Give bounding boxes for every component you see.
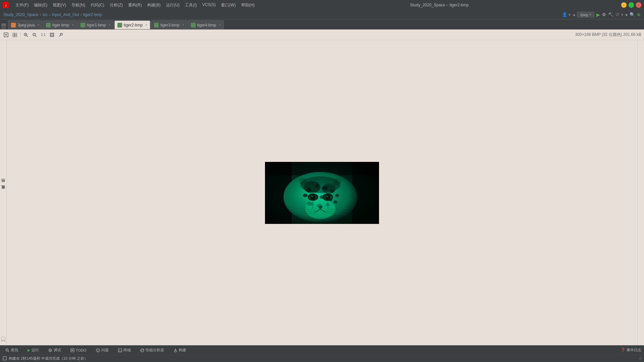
svg-point-34: [303, 194, 308, 197]
find-tool[interactable]: 查找: [3, 347, 21, 353]
svg-marker-20: [1, 337, 5, 342]
profiler-icon: [140, 348, 144, 352]
svg-point-57: [300, 176, 340, 193]
menu-tools[interactable]: 工具(I): [182, 2, 199, 8]
right-sidebar: [637, 40, 644, 345]
svg-text:J: J: [5, 4, 6, 7]
tab-tiger4-bmp[interactable]: tiger4·bmp ×: [188, 20, 224, 29]
svg-rect-17: [51, 34, 53, 36]
resize-handle-icon[interactable]: ⌗: [639, 356, 641, 360]
tab-label: Jpeg·java: [17, 23, 35, 27]
toolbar-separator-1: [20, 32, 20, 38]
terminal-tool[interactable]: 终端: [115, 347, 133, 353]
menu-vcs[interactable]: VCS(S): [200, 2, 219, 8]
zoom-out-button[interactable]: [31, 32, 38, 38]
build-tool[interactable]: 构建: [171, 347, 189, 353]
menu-run[interactable]: 运行(U): [163, 2, 182, 8]
maximize-button[interactable]: □: [629, 2, 634, 8]
fit-content-button[interactable]: [49, 32, 55, 38]
close-button[interactable]: ×: [636, 2, 641, 8]
panel-toggle-2[interactable]: [1, 26, 6, 29]
menu-edit[interactable]: 编辑(E): [31, 2, 50, 8]
svg-point-51: [311, 194, 315, 200]
tab-close-tiger4-bmp[interactable]: ×: [219, 23, 221, 27]
menu-view[interactable]: 视图(V): [50, 2, 69, 8]
tab-close-tiger-bmp[interactable]: ×: [72, 23, 74, 27]
play-button[interactable]: ▶: [596, 12, 600, 17]
breadcrumb-folder[interactable]: Input_And_Out: [52, 12, 79, 17]
dropdown-arrow[interactable]: ▾: [621, 12, 623, 17]
svg-rect-72: [174, 351, 176, 352]
tab-tiger1-bmp[interactable]: tiger1·bmp ×: [77, 20, 114, 29]
build-all-button[interactable]: ⚙: [602, 12, 606, 17]
menu-help[interactable]: 帮助(H): [238, 2, 258, 8]
tab-close-tiger3-bmp[interactable]: ×: [182, 23, 184, 27]
run-tool[interactable]: ▶ 运行: [25, 347, 42, 353]
breadcrumb-file[interactable]: tiger2·bmp: [83, 12, 102, 17]
menu-analyze[interactable]: 分析(Z): [107, 2, 125, 8]
event-log[interactable]: ❓ 事件日志: [621, 348, 641, 353]
stop-button[interactable]: ■: [625, 13, 628, 17]
actual-size-button[interactable]: [3, 32, 9, 38]
bmp-file-icon: [191, 23, 196, 27]
bmp-file-icon: [117, 23, 122, 27]
menu-navigate[interactable]: 导航(N): [69, 2, 88, 8]
back-button[interactable]: ◂: [573, 12, 575, 17]
tab-tiger2-bmp[interactable]: tiger2·bmp ×: [114, 20, 151, 29]
jpeg-format-btn[interactable]: Jpeg ▾: [577, 12, 594, 17]
profiler-tool[interactable]: 性能分析器: [138, 347, 167, 353]
tab-jpeg-java[interactable]: Jpeg·java ×: [8, 20, 42, 29]
problems-tool[interactable]: 问题: [93, 347, 111, 353]
help-icon: ❓: [621, 348, 626, 352]
format-dropdown-icon[interactable]: ▾: [589, 12, 591, 17]
favorites-panel-toggle[interactable]: 收藏夹: [0, 189, 6, 195]
bmp-file-icon: [80, 23, 85, 27]
build-button[interactable]: 🔨: [608, 12, 613, 17]
breadcrumb-project[interactable]: Study_2020_Space: [3, 12, 39, 17]
todo-tool[interactable]: TODO: [68, 348, 89, 353]
stop-square-icon[interactable]: [3, 356, 7, 361]
user-icon[interactable]: 👤: [562, 12, 567, 17]
svg-point-41: [333, 200, 337, 204]
menu-refactor[interactable]: 重构(R): [125, 2, 145, 8]
left-sidebar: 结构 收藏夹: [0, 40, 7, 345]
fit-window-button[interactable]: [11, 32, 18, 38]
bookmark-icon[interactable]: [1, 337, 5, 344]
todo-label: TODO: [76, 348, 87, 352]
app-logo: J: [3, 2, 9, 8]
tab-label: tiger1·bmp: [87, 23, 106, 27]
zoom-in-button[interactable]: [22, 32, 29, 38]
tab-close-tiger1-bmp[interactable]: ×: [109, 23, 111, 27]
title-bar: J 文件(F) 编辑(E) 视图(V) 导航(N) 代码(C) 分析(Z) 重构…: [0, 0, 644, 10]
main-area: 结构 收藏夹: [0, 40, 644, 345]
svg-line-10: [26, 36, 28, 37]
menu-file[interactable]: 文件(F): [13, 2, 31, 8]
search-button[interactable]: 🔍: [630, 12, 635, 17]
menu-bar[interactable]: 文件(F) 编辑(E) 视图(V) 导航(N) 代码(C) 分析(Z) 重构(R…: [13, 2, 257, 8]
bmp-file-icon: [154, 23, 159, 27]
tab-close-tiger2-bmp[interactable]: ×: [145, 23, 147, 27]
reload-button[interactable]: ↺: [615, 12, 619, 17]
window-controls: − □ ×: [621, 2, 641, 8]
user-dropdown[interactable]: ▾: [569, 12, 571, 17]
tab-close-jpeg-java[interactable]: ×: [37, 23, 39, 27]
svg-rect-8: [15, 35, 17, 37]
settings-button[interactable]: ⊕: [637, 12, 641, 17]
debug-tool[interactable]: 调试: [46, 347, 64, 353]
eyedropper-button[interactable]: [57, 32, 64, 38]
tab-tiger3-bmp[interactable]: tiger3·bmp ×: [151, 20, 187, 29]
menu-code[interactable]: 代码(C): [88, 2, 107, 8]
breadcrumb-tools: 👤 ▾ ◂ Jpeg ▾ ▶ ⚙ 🔨 ↺ ▾ ■ 🔍 ⊕: [562, 12, 641, 17]
structure-panel-toggle[interactable]: 结构: [0, 183, 6, 188]
event-log-label[interactable]: 事件日志: [627, 348, 641, 352]
minimize-button[interactable]: −: [621, 2, 627, 8]
svg-point-68: [98, 351, 98, 351]
tab-tiger-bmp[interactable]: tiger·bmp ×: [43, 20, 77, 29]
ratio-button[interactable]: 1:1: [40, 32, 47, 38]
panel-toggle-1[interactable]: [1, 23, 6, 26]
svg-point-52: [311, 196, 313, 197]
menu-build[interactable]: 构建(B): [145, 2, 163, 8]
menu-window[interactable]: 窗口(W): [218, 2, 238, 8]
svg-point-55: [325, 194, 330, 200]
breadcrumb-src[interactable]: src: [43, 12, 48, 17]
